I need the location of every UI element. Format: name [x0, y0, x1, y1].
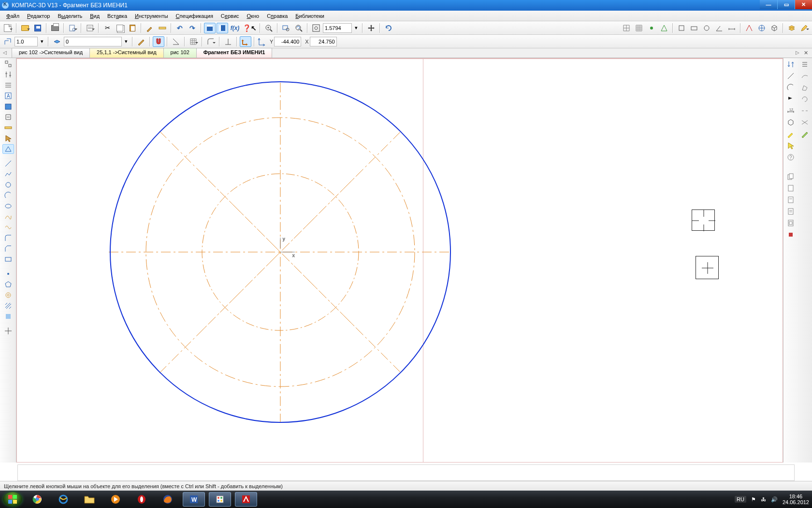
snap-mid[interactable] [658, 23, 670, 33]
brush-button[interactable] [144, 23, 156, 33]
new-button[interactable] [2, 23, 14, 33]
tool-spline[interactable] [2, 212, 14, 222]
tool-line[interactable] [2, 159, 14, 168]
drawing-canvas[interactable]: y x [16, 58, 783, 463]
copy-button[interactable] [114, 23, 126, 33]
r2-break[interactable] [799, 105, 811, 116]
layers-button[interactable] [786, 23, 798, 33]
tray-sound-icon[interactable]: 🔊 [771, 496, 778, 503]
undo-button[interactable]: ↶ [174, 23, 186, 33]
tabs-scroll-right[interactable]: ▷ [796, 50, 799, 55]
tool-spec[interactable] [2, 144, 14, 154]
tray-lang[interactable]: RU [735, 496, 746, 503]
r2-list[interactable] [799, 59, 811, 70]
menu-window[interactable]: Окно [244, 12, 263, 20]
menu-insert[interactable]: Вставка [104, 12, 130, 20]
axis-3[interactable] [768, 23, 780, 33]
task-ie[interactable] [52, 492, 74, 507]
task-firefox[interactable] [157, 492, 179, 507]
tool-arc[interactable] [2, 191, 14, 200]
r-stop[interactable] [785, 229, 797, 240]
grid-toggle[interactable] [188, 36, 199, 47]
tool-edit[interactable] [2, 102, 14, 111]
cut-button[interactable]: ✂ [102, 23, 113, 33]
tool-symbols[interactable] [2, 80, 14, 90]
save-button[interactable] [32, 23, 44, 33]
r2-trim[interactable] [799, 117, 811, 128]
r-highlight[interactable] [785, 129, 797, 139]
tabs-scroll-left[interactable]: ◁ [3, 50, 7, 55]
menu-spec[interactable]: Спецификация [173, 12, 217, 20]
dim-button[interactable] [726, 23, 738, 33]
menu-service[interactable]: Сервис [218, 12, 243, 20]
ortho-button[interactable] [676, 23, 687, 33]
tool-chamfer[interactable] [2, 244, 14, 254]
r-doc1[interactable] [785, 183, 797, 194]
paste-button[interactable] [127, 23, 138, 33]
r2-rot[interactable] [799, 94, 811, 105]
lcs-button[interactable] [240, 36, 251, 47]
menu-select[interactable]: Выделить [54, 12, 86, 20]
properties-button[interactable] [84, 23, 96, 33]
tool-text[interactable]: A [2, 91, 14, 101]
tool-geometry[interactable] [2, 59, 14, 69]
zoom-value-input[interactable] [323, 23, 352, 33]
r-view[interactable] [785, 117, 797, 128]
regen-button[interactable] [383, 23, 394, 33]
r-sort[interactable] [785, 59, 797, 70]
menu-file[interactable]: Файл [3, 12, 23, 20]
pan-button[interactable] [365, 23, 377, 33]
menu-edit[interactable]: Редактор [24, 12, 53, 20]
format-button[interactable] [157, 23, 168, 33]
tab-4-active[interactable]: Фрагмент БЕЗ ИМЕНИ1 [196, 48, 273, 58]
preview-button[interactable] [67, 23, 78, 33]
scale-input[interactable] [14, 37, 38, 46]
tool-move[interactable] [2, 326, 14, 336]
axis-2[interactable] [756, 23, 768, 33]
menu-libraries[interactable]: Библиотеки [292, 12, 328, 20]
r2-poly[interactable] [799, 82, 811, 93]
tool-select[interactable] [2, 134, 14, 143]
minimize-button[interactable]: — [760, 0, 777, 9]
open-button[interactable] [19, 23, 31, 33]
zoom-in-button[interactable] [263, 23, 275, 33]
tool-bezier[interactable] [2, 223, 14, 232]
rounding[interactable] [205, 36, 217, 47]
panel-1-button[interactable] [204, 23, 216, 33]
zoom-prev-button[interactable] [293, 23, 304, 33]
tab-3[interactable]: рис 102 [163, 48, 197, 58]
y-coord[interactable] [274, 37, 301, 46]
r-help[interactable]: ? [785, 152, 797, 163]
x-coord[interactable] [310, 37, 337, 46]
panel-2-button[interactable] [217, 23, 228, 33]
task-opera[interactable] [130, 492, 153, 507]
perp-button[interactable] [222, 36, 234, 47]
tool-circle[interactable] [2, 180, 14, 190]
snap-grid-2[interactable] [633, 23, 645, 33]
tool-point[interactable] [2, 269, 14, 279]
tool-ellipse[interactable] [2, 201, 14, 211]
r-copy[interactable] [785, 171, 797, 182]
layer-input[interactable] [64, 37, 122, 46]
print-button[interactable] [49, 23, 61, 33]
fx-button[interactable]: f(x) [229, 23, 241, 33]
tab-1[interactable]: рис 102 ->Системный вид [12, 48, 90, 58]
tool-measure[interactable] [2, 123, 14, 133]
maximize-button[interactable]: ▭ [777, 0, 795, 9]
tool-hatch[interactable] [2, 301, 14, 311]
close-button[interactable]: ✕ [795, 0, 812, 9]
tool-params[interactable] [2, 112, 14, 122]
r-line[interactable] [785, 71, 797, 81]
layer-icon-btn[interactable] [51, 36, 63, 47]
start-button[interactable] [3, 492, 22, 507]
r2-chain[interactable] [799, 71, 811, 81]
color-button[interactable] [798, 23, 810, 33]
tab-close[interactable]: ✕ [804, 50, 808, 56]
menu-view[interactable]: Вид [87, 12, 103, 20]
zoom-window-button[interactable] [280, 23, 292, 33]
snap-grid-1[interactable] [621, 23, 632, 33]
r-doc3[interactable] [785, 206, 797, 217]
magnet-button[interactable] [153, 36, 164, 47]
task-word[interactable]: W [183, 492, 205, 507]
tool-contour[interactable] [2, 312, 14, 321]
